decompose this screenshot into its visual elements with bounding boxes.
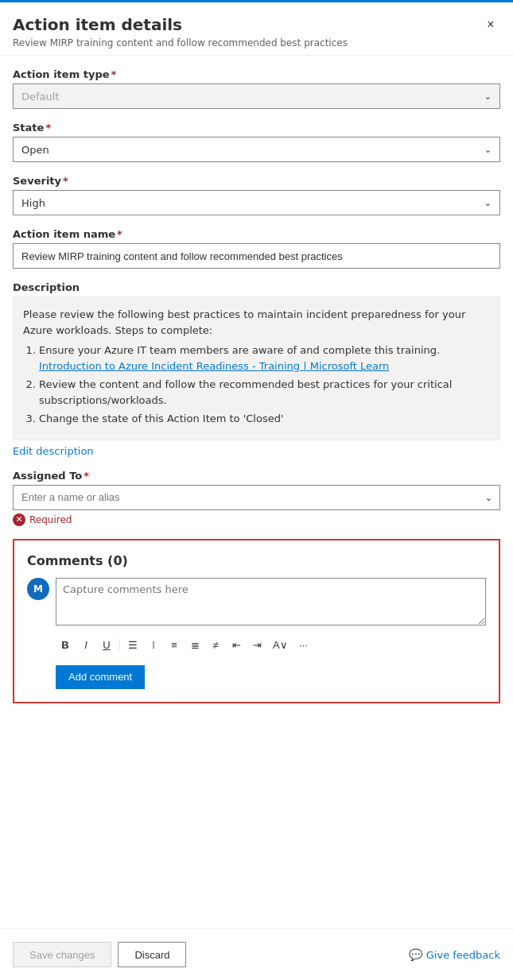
panel-header: Action item details Review MIRP training… (0, 2, 513, 56)
font-size-button[interactable]: A∨ (268, 635, 293, 656)
align-justify-button[interactable]: ≠ (206, 635, 225, 656)
list-item: Ensure your Azure IT team members are aw… (39, 343, 490, 374)
assigned-to-label: Assigned To* (13, 470, 500, 482)
action-item-type-label: Action item type* (13, 68, 500, 80)
align-center-button[interactable]: ≡ (165, 635, 184, 656)
comment-input-row: M (27, 578, 486, 626)
more-options-button[interactable]: ··· (294, 635, 313, 656)
assigned-to-field: Assigned To* ⌄ ✕ Required (13, 470, 500, 526)
severity-dropdown[interactable]: High ⌄ (13, 190, 500, 215)
panel-content: Action item type* Default ⌄ State* Open … (0, 56, 513, 928)
add-comment-button[interactable]: Add comment (56, 665, 145, 689)
state-label: State* (13, 122, 500, 134)
description-field: Description Please review the following … (13, 281, 500, 457)
chevron-down-icon: ⌄ (484, 198, 492, 208)
give-feedback-link[interactable]: 💬 Give feedback (409, 948, 500, 961)
description-content: Please review the following best practic… (13, 296, 500, 440)
comment-toolbar: B I U ☰ ⁞ ≡ ≣ ≠ ⇤ ⇥ A∨ ··· (56, 632, 486, 659)
assigned-to-input[interactable] (13, 485, 500, 510)
discard-button[interactable]: Discard (118, 942, 186, 967)
avatar: M (27, 578, 49, 600)
action-item-type-field: Action item type* Default ⌄ (13, 68, 500, 109)
save-changes-button[interactable]: Save changes (13, 942, 111, 967)
feedback-icon: 💬 (409, 948, 422, 961)
state-field: State* Open ⌄ (13, 122, 500, 162)
action-item-type-dropdown: Default ⌄ (13, 83, 500, 109)
bold-button[interactable]: B (56, 635, 75, 656)
indent-button[interactable]: ⇥ (247, 635, 266, 656)
toolbar-separator (119, 638, 120, 653)
severity-field: Severity* High ⌄ (13, 175, 500, 215)
align-bullets-button[interactable]: ⁞ (144, 635, 163, 656)
error-icon: ✕ (13, 513, 25, 526)
underline-button[interactable]: U (97, 635, 116, 656)
action-item-name-field: Action item name* (13, 228, 500, 269)
outdent-button[interactable]: ⇤ (227, 635, 246, 656)
action-item-name-label: Action item name* (13, 228, 500, 240)
close-button[interactable]: × (480, 14, 502, 36)
list-item: Review the content and follow the recomm… (39, 377, 490, 408)
edit-description-link[interactable]: Edit description (13, 445, 94, 457)
description-label: Description (13, 281, 500, 293)
panel-title: Action item details (13, 15, 500, 34)
action-item-details-panel: Action item details Review MIRP training… (0, 0, 513, 980)
chevron-down-icon: ⌄ (484, 91, 492, 102)
chevron-down-icon: ⌄ (484, 145, 492, 155)
assigned-to-wrapper: ⌄ (13, 485, 500, 510)
align-right-button[interactable]: ≣ (185, 635, 204, 656)
list-item: Change the state of this Action Item to … (39, 411, 490, 427)
severity-label: Severity* (13, 175, 500, 187)
comments-section: Comments (0) M B I U ☰ ⁞ ≡ ≣ ≠ ⇤ ⇥ A∨ ··… (13, 539, 500, 703)
comments-title: Comments (0) (27, 553, 486, 568)
state-dropdown[interactable]: Open ⌄ (13, 137, 500, 162)
training-link[interactable]: Introduction to Azure Incident Readiness… (39, 360, 389, 372)
panel-footer: Save changes Discard 💬 Give feedback (0, 928, 513, 980)
align-left-button[interactable]: ☰ (123, 635, 142, 656)
panel-subtitle: Review MIRP training content and follow … (13, 37, 500, 48)
required-error: ✕ Required (13, 513, 500, 526)
action-item-name-input[interactable] (13, 243, 500, 269)
italic-button[interactable]: I (76, 635, 95, 656)
comment-textarea[interactable] (56, 578, 486, 626)
